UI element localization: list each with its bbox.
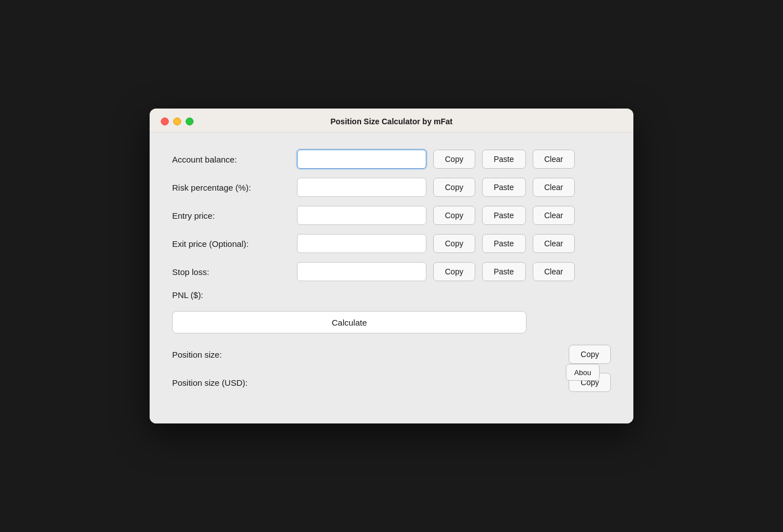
stop-loss-clear-button[interactable]: Clear: [533, 262, 575, 281]
entry-price-copy-button[interactable]: Copy: [433, 206, 475, 225]
position-size-usd-row: Position size (USD): Copy Abou: [172, 373, 611, 392]
app-window: Position Size Calculator by mFat Account…: [150, 109, 633, 423]
entry-price-clear-button[interactable]: Clear: [533, 206, 575, 225]
exit-price-clear-button[interactable]: Clear: [533, 234, 575, 253]
entry-price-row: Entry price: Copy Paste Clear: [172, 206, 611, 225]
account-balance-label: Account balance:: [172, 155, 290, 164]
main-content: Account balance: Copy Paste Clear Risk p…: [150, 133, 633, 423]
pnl-label: PNL ($):: [172, 290, 290, 300]
exit-price-paste-button[interactable]: Paste: [482, 234, 526, 253]
maximize-button[interactable]: [186, 118, 194, 125]
risk-percentage-input[interactable]: [297, 178, 426, 197]
account-balance-paste-button[interactable]: Paste: [482, 150, 526, 169]
entry-price-input[interactable]: [297, 206, 426, 225]
position-size-copy-button[interactable]: Copy: [569, 345, 611, 364]
account-balance-clear-button[interactable]: Clear: [533, 150, 575, 169]
risk-percentage-paste-button[interactable]: Paste: [482, 178, 526, 197]
risk-percentage-copy-button[interactable]: Copy: [433, 178, 475, 197]
traffic-lights: [161, 118, 194, 125]
risk-percentage-clear-button[interactable]: Clear: [533, 178, 575, 197]
pnl-row: PNL ($):: [172, 290, 611, 300]
entry-price-paste-button[interactable]: Paste: [482, 206, 526, 225]
exit-price-input[interactable]: [297, 234, 426, 253]
entry-price-label: Entry price:: [172, 211, 290, 220]
account-balance-row: Account balance: Copy Paste Clear: [172, 150, 611, 169]
stop-loss-paste-button[interactable]: Paste: [482, 262, 526, 281]
results-section: Position size: Copy Position size (USD):…: [172, 345, 611, 392]
minimize-button[interactable]: [173, 118, 181, 125]
stop-loss-input[interactable]: [297, 262, 426, 281]
exit-price-copy-button[interactable]: Copy: [433, 234, 475, 253]
calculate-button[interactable]: Calculate: [172, 311, 526, 333]
exit-price-row: Exit price (Optional): Copy Paste Clear: [172, 234, 611, 253]
position-size-usd-label: Position size (USD):: [172, 378, 290, 387]
risk-percentage-row: Risk percentage (%): Copy Paste Clear: [172, 178, 611, 197]
exit-price-label: Exit price (Optional):: [172, 239, 290, 249]
close-button[interactable]: [161, 118, 169, 125]
stop-loss-row: Stop loss: Copy Paste Clear: [172, 262, 611, 281]
stop-loss-label: Stop loss:: [172, 267, 290, 277]
position-size-row: Position size: Copy: [172, 345, 611, 364]
about-button[interactable]: Abou: [566, 364, 600, 381]
account-balance-input[interactable]: [297, 150, 426, 169]
stop-loss-copy-button[interactable]: Copy: [433, 262, 475, 281]
risk-percentage-label: Risk percentage (%):: [172, 183, 290, 192]
account-balance-copy-button[interactable]: Copy: [433, 150, 475, 169]
titlebar: Position Size Calculator by mFat: [150, 109, 633, 133]
window-title: Position Size Calculator by mFat: [330, 117, 452, 126]
position-size-label: Position size:: [172, 350, 290, 359]
